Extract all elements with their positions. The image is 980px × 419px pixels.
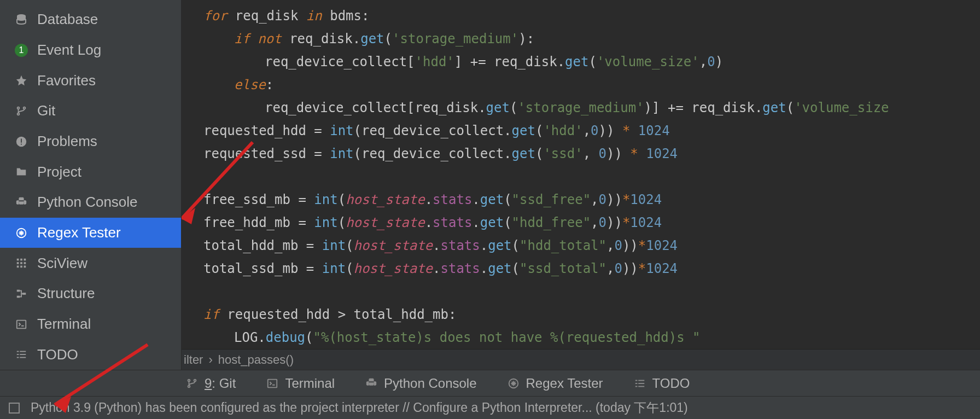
code-line[interactable] (182, 280, 980, 303)
code-token: 'ssd' (543, 146, 582, 161)
code-token: ( (535, 123, 543, 138)
code-area[interactable]: for req_disk in bdms:if not req_disk.get… (182, 0, 980, 349)
svg-rect-25 (17, 357, 19, 358)
sidebar-item-structure[interactable]: Structure (0, 278, 181, 309)
status-icon[interactable] (9, 403, 20, 414)
code-token: * (622, 192, 630, 207)
sidebar-item-label: Problems (37, 133, 97, 150)
sidebar-item-python-console[interactable]: Python Console (0, 187, 181, 218)
svg-rect-15 (20, 266, 22, 268)
code-token: get (480, 215, 504, 230)
tool-tab-regex-tester[interactable]: Regex Tester (508, 376, 603, 391)
code-token: req_device_collect (361, 146, 504, 161)
code-line[interactable] (182, 165, 980, 188)
code-token: ( (305, 330, 313, 345)
tool-tab-terminal[interactable]: Terminal (266, 376, 335, 391)
structure-icon (14, 287, 28, 301)
tool-tab-label: Terminal (285, 376, 335, 391)
code-token: . (478, 100, 486, 115)
svg-rect-24 (20, 354, 26, 355)
sidebar-item-project[interactable]: Project (0, 156, 181, 187)
code-token: 0 (599, 215, 606, 230)
code-line[interactable]: requested_hdd = int(req_device_collect.g… (182, 119, 980, 142)
terminal-icon (14, 317, 28, 331)
sidebar-item-database[interactable]: Database (0, 4, 181, 35)
code-token: 'hdd' (543, 123, 582, 138)
tool-tab-label: Python Console (384, 376, 476, 391)
svg-rect-33 (635, 380, 637, 381)
code-token: 'volume_size (794, 100, 889, 115)
code-token: ( (786, 100, 794, 115)
code-line[interactable]: free_ssd_mb = int(host_state.stats.get("… (182, 188, 980, 211)
code-token: )) (606, 192, 622, 207)
sidebar-item-sciview[interactable]: SciView (0, 248, 181, 278)
sidebar-item-event-log[interactable]: 1Event Log (0, 35, 181, 66)
status-text[interactable]: Python 3.9 (Python) has been configured … (31, 399, 688, 416)
breadcrumb[interactable]: ilter › host_passes() (182, 349, 980, 370)
svg-rect-5 (21, 138, 22, 142)
code-token: : (527, 31, 534, 46)
code-token: . (504, 123, 511, 138)
code-token: else (234, 77, 266, 92)
code-line[interactable]: if not req_disk.get('storage_medium'): (182, 27, 980, 50)
code-line[interactable]: requested_ssd = int(req_device_collect.g… (182, 142, 980, 165)
code-token: get (488, 261, 511, 276)
code-token: requested_hdd (227, 307, 330, 322)
code-line[interactable]: if requested_hdd > total_hdd_mb: (182, 303, 980, 326)
code-token: , (606, 261, 614, 276)
code-line[interactable]: free_hdd_mb = int(host_state.stats.get("… (182, 211, 980, 234)
code-token: += (470, 54, 486, 69)
code-token: req_disk (415, 100, 479, 115)
tool-tab--git[interactable]: 9: Git (186, 376, 236, 391)
code-token: total_hdd_mb (354, 307, 448, 322)
code-token: )) (606, 146, 622, 161)
sciview-icon (14, 256, 28, 270)
tool-tab-label: 9: Git (205, 376, 236, 391)
sidebar-item-label: Structure (37, 285, 95, 302)
svg-rect-17 (17, 290, 20, 292)
code-line[interactable]: else: (182, 73, 980, 96)
sidebar-item-problems[interactable]: Problems (0, 126, 181, 157)
tool-tab-python-console[interactable]: Python Console (365, 376, 476, 391)
code-token: ( (338, 215, 346, 230)
code-token: = (298, 192, 306, 207)
sidebar-item-favorites[interactable]: Favorites (0, 65, 181, 96)
code-token: 'hdd' (415, 54, 454, 69)
code-line[interactable]: req_device_collect['hdd'] += req_disk.ge… (182, 50, 980, 73)
code-token: : (448, 307, 456, 322)
code-token: * (622, 215, 630, 230)
code-token: )) (599, 123, 615, 138)
code-editor[interactable]: for req_disk in bdms:if not req_disk.get… (182, 0, 980, 370)
code-token: ] (454, 54, 462, 69)
code-token: [ (407, 100, 415, 115)
code-token: stats (441, 238, 480, 253)
svg-rect-18 (17, 296, 20, 298)
code-token: * (630, 146, 638, 161)
sidebar-item-regex-tester[interactable]: Regex Tester (0, 218, 181, 248)
code-token: ( (535, 146, 543, 161)
tool-tab-todo[interactable]: TODO (634, 376, 690, 391)
sidebar-item-git[interactable]: Git (0, 96, 181, 126)
code-token: = (314, 123, 322, 138)
code-token: . (755, 100, 762, 115)
code-line[interactable]: total_hdd_mb = int(host_state.stats.get(… (182, 234, 980, 257)
svg-rect-8 (17, 259, 19, 261)
code-token: , (699, 54, 707, 69)
sidebar-item-terminal[interactable]: Terminal (0, 309, 181, 340)
code-token: free_ssd_mb (203, 192, 290, 207)
svg-point-3 (24, 107, 26, 109)
svg-rect-22 (20, 351, 26, 352)
code-token: 1024 (646, 146, 678, 161)
code-line[interactable]: LOG.debug("%(host_state)s does not have … (182, 326, 980, 349)
code-token: , (583, 123, 591, 138)
code-line[interactable]: for req_disk in bdms: (182, 4, 980, 27)
code-token: stats (441, 261, 480, 276)
code-line[interactable]: total_ssd_mb = int(host_state.stats.get(… (182, 257, 980, 280)
svg-rect-36 (638, 383, 644, 384)
code-line[interactable]: req_device_collect[req_disk.get('storage… (182, 96, 980, 119)
sidebar-item-label: Favorites (37, 72, 96, 89)
sidebar-item-todo[interactable]: TODO (0, 339, 181, 370)
breadcrumb-left: ilter (184, 353, 203, 367)
code-token: ( (504, 215, 511, 230)
code-token: ) (518, 31, 526, 46)
